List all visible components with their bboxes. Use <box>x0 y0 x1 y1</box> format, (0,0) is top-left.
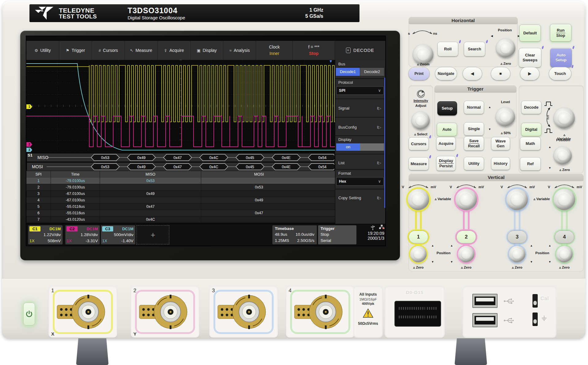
channel-c1-status-box[interactable]: C1DC1M 1.22V/div 1X508mV <box>28 225 63 244</box>
trigger-normal-button[interactable]: Normal <box>464 101 484 114</box>
math-zero-label: ▵ Zero <box>554 168 575 172</box>
table-row[interactable]: 7-43.0120us0x4C <box>26 216 335 223</box>
navigate-button[interactable]: Navigate <box>435 67 457 80</box>
menu-item-measure[interactable]: ↖Measure <box>125 41 158 60</box>
variable-label: ▵ Variable <box>530 197 553 201</box>
menu-item-display[interactable]: ▣Display <box>190 41 223 60</box>
clear-sweeps-button[interactable]: ClearSweeps <box>519 48 541 68</box>
expand-icon[interactable]: ‖▷ <box>377 161 381 165</box>
trigger-status: Stop <box>321 231 329 238</box>
rotate-arc-icon <box>455 184 477 188</box>
menu-item-trigger[interactable]: ⚑Trigger <box>59 41 92 60</box>
svg-text:0x54: 0x54 <box>318 165 326 169</box>
trigger-single-button[interactable]: Single <box>464 122 484 136</box>
nav-prev-button[interactable]: ◀ <box>463 67 482 80</box>
wave-gen-button[interactable]: WaveGen <box>491 137 510 150</box>
auto-setup-button[interactable]: AutoSetup <box>550 48 572 68</box>
bnc-number-label: 3 <box>212 288 215 294</box>
display-toggle[interactable]: on <box>336 143 384 151</box>
all-inputs-label: All Inputs <box>353 292 383 297</box>
cal-contact <box>532 294 538 308</box>
decode-button[interactable]: Decode <box>521 101 541 114</box>
vertical-scale-knob-ch1[interactable] <box>408 189 429 210</box>
vertical-position-knob-ch3[interactable] <box>509 246 525 262</box>
table-row[interactable]: 3-67.0100us0x49 <box>26 191 335 197</box>
vertical-position-knob-ch2[interactable] <box>458 246 475 262</box>
utility-button[interactable]: Utility <box>464 157 484 170</box>
nav-stop-button[interactable]: ■ <box>491 67 510 80</box>
expand-icon[interactable]: ‖▷ <box>377 196 381 200</box>
table-row[interactable]: 5-55.0116us0x47 <box>26 204 335 210</box>
zero-label: ▵ Zero <box>508 265 526 270</box>
math-position-knob[interactable] <box>554 147 572 165</box>
roll-button[interactable]: Roll <box>437 42 458 56</box>
hpos-label: Position <box>493 28 517 32</box>
vertical-position-knob-ch1[interactable] <box>410 246 427 262</box>
menu-item-acquire[interactable]: ⇪Acquire <box>158 41 190 60</box>
offset-value: -1.40V <box>121 238 133 244</box>
vertical-scale-knob-ch2[interactable] <box>455 189 477 210</box>
search-button[interactable]: Search <box>464 42 485 56</box>
protocol-dropdown[interactable]: SPI∨ <box>336 86 384 95</box>
expand-icon[interactable]: ‖▷ <box>377 125 381 130</box>
network-error-icon: × <box>379 225 384 229</box>
ref-button[interactable]: Ref <box>520 157 541 171</box>
default-button[interactable]: Default <box>519 25 541 42</box>
history-button[interactable]: History <box>491 157 510 170</box>
vertical-scale-knob-ch4[interactable] <box>554 189 575 210</box>
menu-item-utility[interactable]: ⚙Utility <box>26 41 59 60</box>
format-dropdown[interactable]: Hex∨ <box>336 177 384 186</box>
trigger-position-marker[interactable]: ▼ <box>329 60 333 64</box>
clock-status[interactable]: Clock Inner <box>256 41 293 60</box>
svg-text:0x4E: 0x4E <box>282 156 291 160</box>
print-button[interactable]: Print <box>408 67 430 80</box>
horizontal-position-knob[interactable] <box>496 39 515 58</box>
down-arrow-mark: ▼ <box>530 260 533 263</box>
power-button[interactable] <box>23 303 35 325</box>
save-recall-button[interactable]: SaveRecall <box>464 136 484 151</box>
display-persist-button[interactable]: DisplayPersist <box>436 156 456 171</box>
v-label: V <box>402 185 404 189</box>
trigger-level-knob[interactable] <box>496 107 515 126</box>
trigger-auto-button[interactable]: Auto <box>437 123 457 136</box>
vertical-position-knob-ch4[interactable] <box>556 246 573 262</box>
channel-4-button[interactable]: 4 <box>555 231 574 243</box>
table-row[interactable]: 1-79.0100us0x53 <box>26 178 335 184</box>
measure-button[interactable]: Measure <box>409 157 429 170</box>
channel-1-button[interactable]: 1 <box>409 231 428 243</box>
freq-status: f = *** Stop <box>293 41 335 60</box>
add-channel-box[interactable]: + <box>136 225 169 244</box>
math-button[interactable]: Math <box>520 137 541 150</box>
channel-c3-status-box[interactable]: C3DC1M 500mV/div 1X-1.40V <box>101 225 135 244</box>
trigger-setup-button[interactable]: Setup <box>437 101 457 115</box>
decode1-tab[interactable]: Decode1 <box>336 68 360 76</box>
cursors-button[interactable]: Cursors <box>409 137 429 150</box>
expand-icon[interactable]: ‖▷ <box>377 106 381 111</box>
digital-button[interactable]: Digital <box>521 123 541 136</box>
trigger-box[interactable]: Trigger Stop Serial <box>318 225 356 244</box>
waveform-display[interactable]: ▼ 123 <box>26 60 335 152</box>
vertical-scale-knob-ch3[interactable] <box>506 189 528 210</box>
nav-next-button[interactable]: ▶ <box>520 67 540 80</box>
timebase-scale: 10.0us/div <box>295 231 314 238</box>
offset-value: -3.31V <box>86 238 98 244</box>
timebase-box[interactable]: Timebase 48.9us10.0us/div 1.25MS2.50GS/s <box>272 225 317 244</box>
acquire-button[interactable]: Acquire <box>436 137 456 150</box>
channel-2-button[interactable]: 2 <box>456 231 476 243</box>
channel-badge: C3 <box>102 226 113 231</box>
table-row[interactable]: 6-55.0116us0x47 <box>26 210 335 216</box>
decode2-tab[interactable]: Decode2 <box>360 68 384 76</box>
table-row[interactable]: 4-67.0100us0x49 <box>26 197 335 204</box>
voltage-label: 400Vpk <box>353 302 383 305</box>
channel-c2-status-box[interactable]: C2DC1M 1.28V/div 1X-3.31V <box>65 225 100 244</box>
run-stop-button[interactable]: RunStop <box>550 24 571 42</box>
channel-3-button[interactable]: 3 <box>507 231 527 243</box>
model-number: T3DSO31004 <box>128 6 185 15</box>
intensity-adjust-knob[interactable] <box>412 112 430 130</box>
table-row[interactable]: 2-79.0100us0x53 <box>26 184 335 191</box>
serial-variable-knob[interactable] <box>554 108 575 129</box>
menu-item-analysis[interactable]: ≈Analysis <box>223 41 256 60</box>
chevron-down-icon: ∨ <box>378 177 381 185</box>
menu-item-cursors[interactable]: #Cursors <box>92 41 125 60</box>
touch-button[interactable]: Touch <box>549 67 571 80</box>
